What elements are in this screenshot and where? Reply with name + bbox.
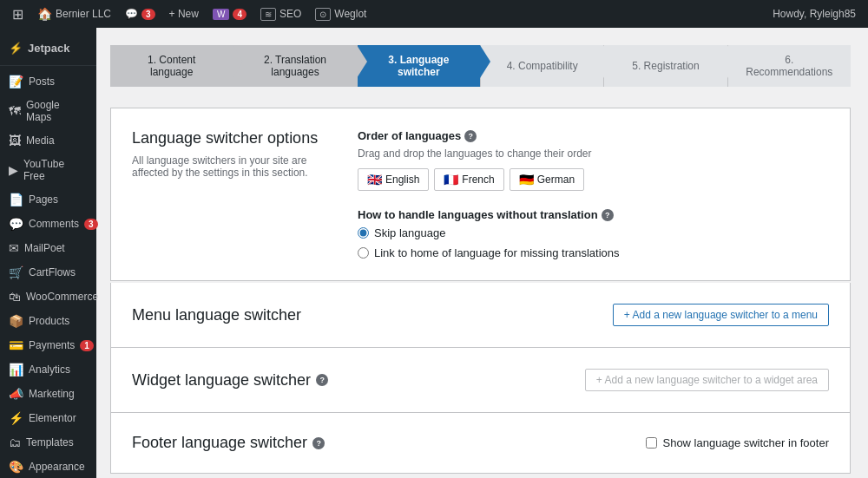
footer-info-icon[interactable]: ? — [312, 437, 325, 449]
sidebar-item-woocommerce[interactable]: 🛍 WooCommerce — [0, 285, 96, 309]
sidebar-label-analytics: Analytics — [29, 363, 70, 376]
admin-bar-new[interactable]: + New — [164, 0, 204, 28]
wizard-step-recommendations[interactable]: 6. Recommendations — [728, 45, 851, 87]
order-info-icon[interactable]: ? — [464, 130, 477, 142]
admin-bar-weglot[interactable]: ⊙ Weglot — [310, 0, 372, 28]
handle-missing-label: How to handle languages without translat… — [358, 208, 829, 221]
google-maps-icon: 🗺 — [9, 104, 21, 118]
sidebar-label-elementor: Elementor — [29, 412, 76, 424]
sidebar-item-comments[interactable]: 💬 Comments 3 — [0, 212, 96, 236]
sidebar-item-media[interactable]: 🖼 Media — [0, 128, 96, 153]
footer-switcher-title: Footer language switcher — [132, 434, 307, 452]
wizard-step-language-switcher[interactable]: 3. Language switcher — [358, 45, 481, 87]
radio-label-link-home: Link to home of language for missing tra… — [374, 246, 620, 259]
admin-bar: ⊞ 🏠 Bernier LLC 💬 3 + New W 4 ≋ SEO ⊙ We… — [0, 0, 868, 28]
elementor-icon: ⚡ — [9, 411, 23, 425]
sidebar-item-payments[interactable]: 💳 Payments 1 — [0, 333, 96, 357]
lang-flag-2: 🇩🇪 — [519, 173, 534, 187]
radio-label-skip: Skip language — [374, 226, 445, 239]
appearance-icon: 🎨 — [9, 460, 23, 474]
lang-flag-1: 🇫🇷 — [444, 173, 458, 187]
radio-input-skip[interactable] — [358, 227, 369, 239]
jetpack-icon: ⚡ — [9, 42, 23, 55]
sidebar-label-woocommerce: WooCommerce — [26, 291, 98, 303]
sidebar-item-appearance[interactable]: 🎨 Appearance — [0, 455, 96, 478]
wizard-steps: 1. Content language2. Translation langua… — [110, 45, 851, 87]
wp-logo[interactable]: ⊞ — [7, 0, 29, 28]
radio-input-link-home[interactable] — [358, 247, 369, 259]
add-menu-switcher-button[interactable]: + Add a new language switcher to a menu — [613, 304, 829, 326]
sidebar-label-cartflows: CartFlows — [29, 266, 76, 278]
sidebar: ⚡ Jetpack 📝 Posts 🗺 Google Maps 🖼 Media … — [0, 28, 96, 478]
comments-icon: 💬 — [9, 217, 23, 231]
sidebar-label-youtube-free: YouTube Free — [23, 158, 88, 182]
pages-icon: 📄 — [9, 193, 23, 206]
lang-pill-2[interactable]: 🇩🇪German — [510, 168, 584, 191]
handle-missing-info-icon[interactable]: ? — [602, 209, 614, 221]
lang-label-2: German — [537, 174, 575, 186]
sidebar-item-templates[interactable]: 🗂 Templates — [0, 430, 96, 455]
radio-option-skip[interactable]: Skip language — [358, 226, 829, 239]
lso-desc: All language switchers in your site are … — [132, 154, 323, 179]
admin-bar-woo[interactable]: W 4 — [207, 0, 252, 28]
widget-switcher-section: Widget language switcher ? + Add a new l… — [110, 348, 851, 413]
menu-switcher-section: Menu language switcher + Add a new langu… — [110, 283, 851, 348]
sidebar-item-cartflows[interactable]: 🛒 CartFlows — [0, 260, 96, 285]
site-name[interactable]: 🏠 Bernier LLC — [32, 0, 116, 28]
sidebar-label-payments: Payments — [29, 339, 75, 351]
footer-switcher-checkbox[interactable] — [646, 437, 657, 449]
language-pills: 🇬🇧English🇫🇷French🇩🇪German — [358, 168, 829, 191]
lang-label-0: English — [385, 174, 419, 186]
lang-pill-1[interactable]: 🇫🇷French — [434, 168, 503, 191]
sidebar-item-marketing[interactable]: 📣 Marketing — [0, 382, 96, 406]
sidebar-label-mailpoet: MailPoet — [24, 242, 65, 254]
sidebar-item-mailpoet[interactable]: ✉ MailPoet — [0, 236, 96, 260]
sidebar-label-marketing: Marketing — [29, 388, 75, 400]
add-widget-switcher-button: + Add a new language switcher to a widge… — [585, 369, 829, 391]
admin-bar-seo[interactable]: ≋ SEO — [255, 0, 306, 28]
order-sublabel: Drag and drop the languages to change th… — [358, 147, 829, 160]
footer-switcher-section: Footer language switcher ? Show language… — [110, 413, 851, 474]
lang-label-1: French — [462, 174, 494, 186]
missing-lang-options: Skip languageLink to home of language fo… — [358, 226, 829, 259]
sidebar-item-analytics[interactable]: 📊 Analytics — [0, 357, 96, 382]
menu-switcher-title: Menu language switcher — [132, 306, 301, 324]
lso-title: Language switcher options — [132, 129, 323, 147]
radio-option-link-home[interactable]: Link to home of language for missing tra… — [358, 246, 829, 259]
wizard-step-content-language[interactable]: 1. Content language — [110, 45, 233, 87]
mailpoet-icon: ✉ — [9, 241, 19, 255]
admin-bar-user[interactable]: Howdy, Ryleigh85 — [767, 0, 861, 28]
wizard-step-compatibility[interactable]: 4. Compatibility — [481, 45, 604, 87]
sidebar-item-youtube-free[interactable]: ▶ YouTube Free — [0, 153, 96, 187]
media-icon: 🖼 — [9, 134, 21, 147]
footer-checkbox-label[interactable]: Show language switcher in footer — [662, 436, 829, 449]
marketing-icon: 📣 — [9, 387, 23, 401]
sidebar-item-pages[interactable]: 📄 Pages — [0, 187, 96, 212]
order-label: Order of languages ? — [358, 129, 829, 142]
products-icon: 📦 — [9, 314, 23, 328]
sidebar-item-posts[interactable]: 📝 Posts — [0, 69, 96, 94]
lang-pill-0[interactable]: 🇬🇧English — [358, 168, 429, 191]
wizard-step-translation-languages[interactable]: 2. Translation languages — [233, 45, 357, 87]
footer-checkbox-row: Show language switcher in footer — [646, 436, 829, 449]
sidebar-item-products[interactable]: 📦 Products — [0, 309, 96, 333]
woocommerce-icon: 🛍 — [9, 290, 21, 304]
main-content: 1. Content language2. Translation langua… — [96, 28, 868, 478]
comment-icon: 💬 — [125, 8, 138, 20]
sidebar-label-media: Media — [26, 134, 55, 147]
analytics-icon: 📊 — [9, 363, 23, 377]
widget-info-icon[interactable]: ? — [316, 374, 328, 386]
sidebar-label-products: Products — [29, 315, 69, 327]
admin-bar-comments[interactable]: 💬 3 — [120, 0, 161, 28]
sidebar-item-google-maps[interactable]: 🗺 Google Maps — [0, 94, 96, 128]
comments-badge: 3 — [84, 219, 98, 230]
wizard-step-registration[interactable]: 5. Registration — [604, 45, 727, 87]
payments-icon: 💳 — [9, 338, 23, 352]
sidebar-label-google-maps: Google Maps — [26, 99, 88, 123]
lang-flag-0: 🇬🇧 — [367, 173, 382, 187]
cartflows-icon: 🛒 — [9, 265, 23, 279]
sidebar-item-elementor[interactable]: ⚡ Elementor — [0, 406, 96, 430]
widget-switcher-title: Widget language switcher — [132, 371, 311, 390]
sidebar-label-comments: Comments — [29, 218, 79, 230]
sidebar-label-appearance: Appearance — [29, 461, 85, 473]
